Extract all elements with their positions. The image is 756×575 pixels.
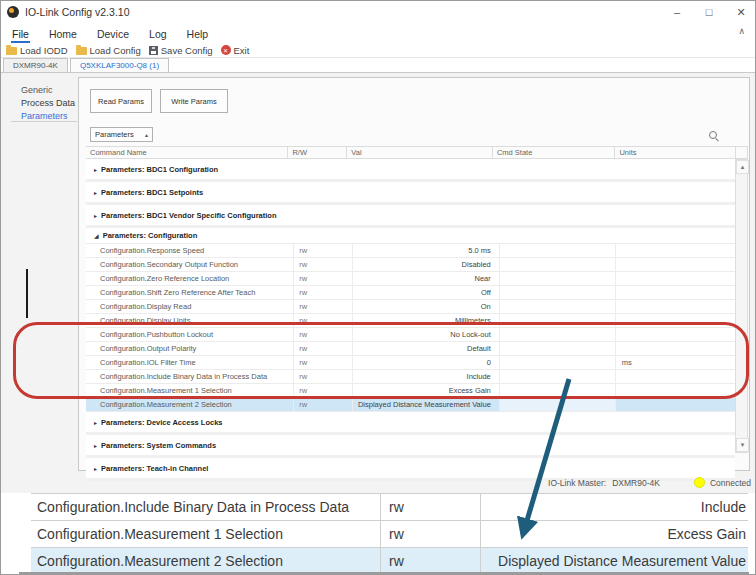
chevron-right-icon: ▸ (94, 419, 97, 426)
scroll-down-icon[interactable]: ▾ (736, 438, 749, 452)
menu-help[interactable]: Help (186, 26, 210, 43)
write-params-button[interactable]: Write Params (160, 89, 228, 113)
device-tab-bar: DXMR90-4K Q5XKLAF3000-Q8 (1) (1, 58, 756, 73)
grid-header: Command Name R/W Val Cmd State Units (86, 146, 735, 159)
tab-dxmr90-4k[interactable]: DXMR90-4K (3, 58, 68, 72)
vertical-scrollbar[interactable]: ▴ ▾ (735, 159, 748, 453)
chevron-right-icon: ▸ (94, 166, 97, 173)
menu-home[interactable]: Home (48, 26, 78, 43)
menu-log[interactable]: Log (148, 26, 168, 43)
grid-header-corner (735, 146, 748, 159)
table-row[interactable]: Configuration.Include Binary Data in Pro… (86, 370, 735, 384)
chevron-right-icon: ▸ (94, 189, 97, 196)
table-row-selected[interactable]: Configuration.Measurement 2 Selection rw… (86, 398, 735, 412)
load-config-button[interactable]: Load Config (76, 45, 141, 56)
sidebar-item-process-data[interactable]: Process Data (21, 98, 75, 108)
zoom-row: Configuration.Include Binary Data in Pro… (31, 494, 748, 521)
zoom-row: Configuration.Measurement 1 Selection rw… (31, 521, 748, 548)
table-row[interactable]: Configuration.Output Polarity rw Default (86, 342, 735, 356)
read-params-button[interactable]: Read Params (90, 89, 152, 113)
parameters-filter-dropdown[interactable]: Parameters ▴ (90, 127, 153, 142)
collapse-ribbon-icon[interactable]: ∧ (738, 26, 745, 36)
menu-device[interactable]: Device (96, 26, 130, 43)
col-cmd-state[interactable]: Cmd State (493, 147, 615, 158)
save-config-button[interactable]: Save Config (149, 45, 213, 56)
zoom-callout-table: Configuration.Include Binary Data in Pro… (31, 493, 748, 575)
folder-open-icon (6, 47, 17, 55)
table-row[interactable]: Configuration.Response Speed rw 5.0 ms (86, 244, 735, 258)
parameters-grid: ▸ Parameters: BDC1 Configuration ▸ Param… (86, 159, 735, 481)
table-row[interactable]: Configuration.IOL Filter Time rw 0 ms (86, 356, 735, 370)
table-row[interactable]: Configuration.Zero Reference Location rw… (86, 272, 735, 286)
app-window: IO-Link Config v2.3.10 – □ ✕ File Home D… (0, 0, 756, 575)
title-bar: IO-Link Config v2.3.10 – □ ✕ (1, 1, 756, 23)
zoom-row-selected: Configuration.Measurement 2 Selection rw… (31, 548, 748, 575)
chevron-right-icon: ▸ (94, 465, 97, 472)
status-master-label: IO-Link Master: (548, 478, 606, 488)
table-row[interactable]: Configuration.Shift Zero Reference After… (86, 286, 735, 300)
save-disk-icon (149, 46, 158, 55)
sidebar-item-generic[interactable]: Generic (21, 85, 53, 95)
sidebar-divider (11, 121, 77, 122)
group-row-bdc1-configuration[interactable]: ▸ Parameters: BDC1 Configuration (86, 159, 735, 182)
group-row-bdc1-setpoints[interactable]: ▸ Parameters: BDC1 Setpoints (86, 182, 735, 205)
folder-icon (76, 47, 87, 55)
chevron-right-icon: ▸ (94, 212, 97, 219)
save-config-label: Save Config (161, 45, 213, 56)
app-logo-icon (7, 6, 19, 18)
zoom-table-bottom-border (19, 572, 749, 574)
chevron-expanded-icon: ◢ (94, 232, 99, 239)
group-row-system-commands[interactable]: ▸ Parameters: System Commands (86, 435, 735, 458)
load-iodd-label: Load IODD (20, 45, 68, 56)
exit-button[interactable]: ✕ Exit (221, 45, 250, 56)
load-iodd-button[interactable]: Load IODD (6, 45, 68, 56)
tab-q5x-sensor[interactable]: Q5XKLAF3000-Q8 (1) (70, 58, 169, 72)
col-val[interactable]: Val (347, 147, 493, 158)
minimize-button[interactable]: – (661, 1, 693, 23)
table-row[interactable]: Configuration.Measurement 1 Selection rw… (86, 384, 735, 398)
table-row[interactable]: Configuration.Display Units rw Millimete… (86, 314, 735, 328)
group-row-device-access-locks[interactable]: ▸ Parameters: Device Access Locks (86, 412, 735, 435)
col-rw[interactable]: R/W (288, 147, 347, 158)
status-master-value: DXMR90-4K (612, 478, 660, 488)
menu-file[interactable]: File (11, 26, 30, 43)
window-controls: – □ ✕ (661, 1, 756, 23)
table-row[interactable]: Configuration.Secondary Output Function … (86, 258, 735, 272)
col-units[interactable]: Units (615, 147, 735, 158)
scroll-up-icon[interactable]: ▴ (736, 160, 749, 174)
col-command-name[interactable]: Command Name (86, 147, 288, 158)
window-title: IO-Link Config v2.3.10 (25, 6, 129, 18)
close-button[interactable]: ✕ (725, 1, 756, 23)
connected-dot-icon (694, 477, 705, 488)
sidebar-item-parameters[interactable]: Parameters (21, 111, 68, 121)
chevron-right-icon: ▸ (94, 442, 97, 449)
status-bar: IO-Link Master: DXMR90-4K Connected (391, 475, 751, 490)
maximize-button[interactable]: □ (693, 1, 725, 23)
group-row-configuration-expanded[interactable]: ◢ Parameters: Configuration (86, 228, 735, 244)
exit-x-icon: ✕ (221, 45, 231, 55)
filter-dropdown-label: Parameters (95, 130, 134, 139)
search-icon[interactable] (708, 130, 720, 142)
load-config-label: Load Config (90, 45, 141, 56)
toolbar: Load IODD Load Config Save Config ✕ Exit (1, 43, 756, 58)
table-row[interactable]: Configuration.Pushbutton Lockout rw No L… (86, 328, 735, 342)
menu-bar: File Home Device Log Help (1, 23, 756, 43)
group-row-bdc1-vendor-specific[interactable]: ▸ Parameters: BDC1 Vendor Specific Confi… (86, 205, 735, 228)
status-connection: Connected (710, 478, 751, 488)
sort-up-icon: ▴ (145, 131, 148, 138)
table-row[interactable]: Configuration.Display Read rw On (86, 300, 735, 314)
exit-label: Exit (234, 45, 250, 56)
